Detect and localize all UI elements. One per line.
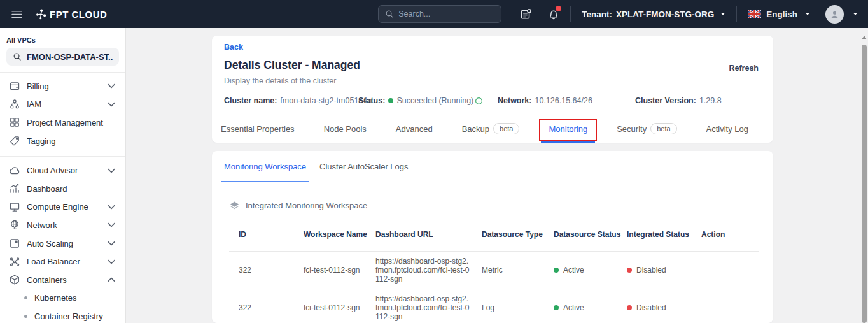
status-dot [388, 98, 393, 103]
chevron-down-icon [106, 219, 117, 231]
caret-down-icon [804, 11, 811, 17]
divider [0, 72, 125, 73]
all-vpcs-label: All VPCs [6, 36, 125, 44]
vpc-selector-value: FMON-OSP-DATA-ST... [27, 52, 113, 62]
tab[interactable]: Node Pools [316, 115, 374, 143]
sidebar-item[interactable]: Cloud Advisor [0, 161, 125, 180]
chevron-down-icon [106, 165, 117, 176]
chart-icon [9, 183, 20, 194]
wallet-icon [9, 80, 20, 92]
search-icon [385, 10, 394, 18]
section-title: Integrated Monitoring Workspace [246, 201, 367, 210]
cell-id: 322 [229, 266, 304, 275]
info-item: Status: Succeeded (Running) [358, 96, 498, 105]
subtab[interactable]: Monitoring Workspace [221, 151, 309, 182]
sidebar-item[interactable]: Dashboard [0, 180, 125, 198]
cell-workspace-name: fci-test-0112-sgn [304, 266, 375, 275]
global-search-input[interactable] [398, 10, 494, 18]
sidebar-item[interactable]: Network [0, 216, 125, 234]
sidebar: All VPCs FMON-OSP-DATA-ST... Billing IAM… [0, 28, 126, 323]
sidebar-item[interactable]: Tagging [0, 132, 125, 150]
cell-workspace-name: fci-test-0112-sgn [304, 303, 375, 312]
col-dashboard-url: Dashboard URL [375, 230, 482, 239]
info-item: Cluster Version: 1.29.8 [635, 96, 767, 105]
person-icon [829, 9, 840, 20]
tenant-label: Tenant: [582, 10, 612, 19]
cloud-icon [9, 165, 20, 176]
divider [0, 156, 125, 157]
table-row: 322 fci-test-0112-sgn https://dashboard-… [229, 252, 759, 289]
uk-flag-icon [748, 10, 761, 18]
monitoring-card: Monitoring Workspace Cluster AutoScaler … [212, 151, 773, 323]
survey-button[interactable] [519, 8, 532, 20]
col-action: Action [701, 230, 759, 239]
user-menu-caret[interactable] [852, 11, 858, 17]
table-row: 322 fci-test-0112-sgn https://dashboard-… [229, 289, 759, 323]
sidebar-subitem[interactable]: Kubernetes [0, 289, 125, 308]
scrollbar-thumb[interactable] [862, 45, 867, 323]
user-avatar[interactable] [825, 5, 844, 24]
col-id: ID [229, 230, 304, 239]
sidebar-item[interactable]: Auto Scaling [0, 234, 125, 253]
refresh-button[interactable]: Refresh [729, 64, 759, 73]
scaling-icon [9, 238, 20, 249]
cluster-header-card: Back Details Cluster - Managed Display t… [212, 36, 773, 143]
monitoring-subtabs: Monitoring Workspace Cluster AutoScaler … [212, 151, 773, 182]
vertical-scrollbar[interactable] [861, 31, 867, 323]
tab[interactable]: Monitoring [541, 115, 595, 143]
page-title: Details Cluster - Managed [224, 59, 360, 72]
col-integrated-status: Integrated Status [627, 230, 701, 239]
sidebar-item[interactable]: Project Management [0, 113, 125, 132]
back-link[interactable]: Back [224, 43, 243, 52]
hamburger-menu-icon[interactable] [11, 8, 23, 20]
caret-down-icon [720, 11, 726, 17]
chevron-down-icon [106, 238, 117, 249]
global-search[interactable] [378, 5, 501, 23]
language-selector[interactable]: English [748, 10, 811, 19]
status-dot [554, 305, 559, 310]
sidebar-item[interactable]: Compute Engine [0, 198, 125, 217]
status-dot [627, 268, 632, 273]
beta-badge: beta [650, 123, 676, 134]
tab[interactable]: Advanced [388, 115, 440, 143]
topbar: FPT CLOUD Tenant: XPLAT-FMON-STG-ORG Eng… [0, 0, 868, 28]
vpc-selector[interactable]: FMON-OSP-DATA-ST... [6, 48, 119, 66]
brand-logo[interactable]: FPT CLOUD [35, 8, 107, 20]
sidebar-menu: Billing IAM Project Management Tagging [0, 77, 125, 323]
tag-icon [9, 135, 20, 147]
notifications-button[interactable] [547, 8, 560, 20]
cell-dashboard-url: https://dashboard-osp-stg2.fmon.fptcloud… [375, 252, 482, 289]
grid-icon [9, 117, 20, 128]
language-label: English [766, 10, 797, 19]
col-datasource-status: Datasource Status [554, 230, 627, 239]
sidebar-subitem[interactable]: Container Registry [0, 307, 125, 323]
hierarchy-icon [9, 99, 20, 110]
table-header: ID Workspace Name Dashboard URL Datasour… [229, 217, 759, 252]
cell-datasource-status: Active [554, 303, 627, 312]
info-item: Network: 10.126.15.64/26 [498, 96, 635, 105]
sidebar-item[interactable]: Containers [0, 271, 125, 289]
tenant-selector[interactable]: Tenant: XPLAT-FMON-STG-ORG [582, 10, 726, 19]
cell-datasource-type: Log [482, 303, 554, 312]
subtab[interactable]: Cluster AutoScaler Logs [316, 151, 411, 182]
sidebar-item[interactable]: IAM [0, 96, 125, 114]
workspace-table: ID Workspace Name Dashboard URL Datasour… [229, 217, 759, 323]
tab[interactable]: Backup beta [454, 115, 528, 143]
cluster-info-row: Cluster name: fmon-data-stg2-tm05164n St… [224, 96, 767, 105]
scroll-up-arrow[interactable] [862, 36, 867, 39]
search-icon [13, 52, 22, 61]
tab[interactable]: Security beta [609, 115, 684, 143]
section-header: Integrated Monitoring Workspace [229, 200, 759, 211]
cell-id: 322 [229, 303, 304, 312]
tab[interactable]: Essential Properties [213, 115, 302, 143]
sidebar-item[interactable]: Billing [0, 77, 125, 96]
info-circle-icon [475, 97, 483, 105]
tab[interactable]: Activity Log [699, 115, 756, 143]
load-balancer-icon [9, 256, 20, 268]
status-dot [554, 268, 559, 273]
chevron-up-icon [106, 274, 117, 285]
divider [570, 6, 571, 22]
cell-integrated-status: Disabled [627, 266, 701, 275]
sidebar-item[interactable]: Load Balancer [0, 252, 125, 271]
notification-badge [556, 6, 561, 11]
